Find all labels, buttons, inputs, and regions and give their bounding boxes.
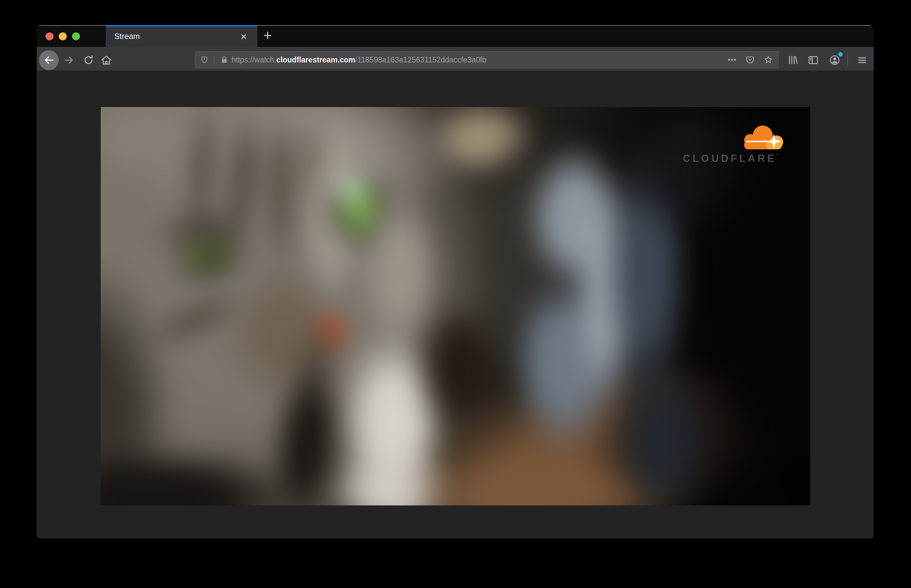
forward-button[interactable]: [62, 53, 76, 67]
bookmark-button[interactable]: [764, 55, 773, 65]
home-icon: [100, 54, 112, 66]
back-button[interactable]: [39, 50, 59, 70]
browser-window: Stream × + https://watch.cloudfl: [37, 25, 874, 538]
window-zoom-button[interactable]: [72, 32, 80, 40]
toolbar-separator: [847, 52, 848, 65]
star-icon: [764, 55, 773, 65]
page-actions-button[interactable]: [727, 55, 737, 65]
menu-button[interactable]: [855, 53, 869, 67]
hamburger-menu-icon: [857, 55, 867, 65]
url-domain: cloudflarestream.com: [276, 55, 355, 64]
home-button[interactable]: [99, 53, 114, 67]
tracking-protection-button[interactable]: [200, 55, 209, 65]
reload-icon: [83, 55, 94, 66]
url-prefix: https://watch.: [231, 55, 276, 64]
back-arrow-icon: [43, 54, 55, 66]
forward-arrow-icon: [63, 55, 75, 66]
tab-title: Stream: [114, 26, 140, 46]
ellipsis-icon: [727, 55, 737, 65]
sidebar-icon: [808, 55, 819, 66]
pocket-button[interactable]: [746, 55, 755, 65]
lock-icon: [220, 55, 229, 64]
cat-scene: [101, 107, 810, 506]
tab-stream[interactable]: Stream ×: [106, 25, 257, 47]
window-minimize-button[interactable]: [59, 32, 67, 40]
tab-close-icon[interactable]: ×: [236, 29, 251, 44]
new-tab-button[interactable]: +: [258, 28, 276, 44]
url-path: /118598a163a125631152ddaccfe3a0fb: [355, 55, 486, 64]
library-icon: [787, 55, 798, 66]
url-bar[interactable]: https://watch.cloudflarestream.com/11859…: [195, 51, 779, 68]
cloudflare-cloud-icon: [737, 124, 788, 150]
cloudflare-logo: CLOUDFLARE’: [683, 124, 792, 165]
account-notification-dot: [838, 52, 843, 57]
trademark-tick: ’: [777, 153, 778, 158]
cloudflare-logo-text: CLOUDFLARE’: [683, 153, 792, 165]
pocket-icon: [746, 55, 755, 65]
sidebar-button[interactable]: [806, 53, 821, 67]
shield-icon: [200, 55, 209, 64]
url-text: https://watch.cloudflarestream.com/11859…: [231, 52, 486, 68]
site-security-button[interactable]: [220, 55, 229, 65]
tab-bar: Stream × +: [37, 25, 874, 47]
navigation-toolbar: https://watch.cloudflarestream.com/11859…: [37, 47, 874, 71]
page-content: CLOUDFLARE’: [37, 71, 874, 538]
library-button[interactable]: [785, 53, 800, 67]
account-icon: [829, 55, 840, 66]
video-player[interactable]: CLOUDFLARE’: [101, 107, 810, 506]
account-button[interactable]: [827, 53, 842, 67]
window-close-button[interactable]: [45, 32, 53, 40]
reload-button[interactable]: [81, 53, 96, 67]
